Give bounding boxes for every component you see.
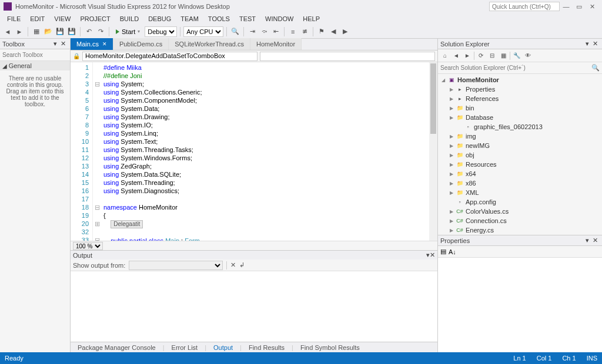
new-project-button[interactable]: ▦: [31, 26, 42, 37]
se-fwd-button[interactable]: ►: [463, 51, 472, 60]
type-nav-combo[interactable]: HomeMonitor.DelegateAddDataSetToComboBox: [82, 52, 257, 61]
doc-tab[interactable]: PublicDemo.cs: [113, 38, 169, 50]
platform-select[interactable]: Any CPU: [183, 26, 223, 37]
bottom-tab[interactable]: Find Symbol Results: [298, 344, 362, 351]
menu-view[interactable]: VIEW: [49, 14, 75, 23]
tree-item[interactable]: ▶▸Properties: [438, 85, 602, 94]
se-back-button[interactable]: ◄: [452, 51, 461, 60]
solution-explorer-search[interactable]: 🔍: [438, 62, 602, 74]
maximize-button[interactable]: ▭: [573, 3, 586, 11]
scrollbar-thumb[interactable]: [430, 63, 436, 134]
menu-project[interactable]: PROJECT: [75, 14, 115, 23]
quick-launch-input[interactable]: [489, 2, 560, 11]
props-categorized-button[interactable]: ▤: [440, 248, 446, 255]
menu-edit[interactable]: EDIT: [25, 14, 49, 23]
solution-tree[interactable]: ◢▣HomeMonitor▶▸Properties▶▸References▶📁b…: [438, 74, 602, 235]
toolbox-close-button[interactable]: ✕: [59, 40, 68, 48]
toggle-bookmark-button[interactable]: ⚑: [316, 26, 327, 37]
open-button[interactable]: 📂: [43, 26, 53, 37]
se-close-button[interactable]: ✕: [591, 40, 600, 48]
zoom-select[interactable]: 100 %: [73, 242, 103, 250]
se-collapse-button[interactable]: ⊟: [487, 51, 497, 60]
uncomment-button[interactable]: ≢: [299, 26, 310, 37]
output-clear-button[interactable]: ✕: [230, 261, 236, 269]
tree-item[interactable]: ▶📁obj: [438, 150, 602, 160]
tree-item[interactable]: ▶📁newIMG: [438, 141, 602, 150]
save-all-button[interactable]: 💾: [66, 26, 77, 37]
tree-item[interactable]: ▶📁Resources: [438, 160, 602, 169]
comment-button[interactable]: ≡: [287, 26, 298, 37]
member-nav-combo[interactable]: [260, 52, 435, 61]
tree-item[interactable]: ▶📁x64: [438, 169, 602, 178]
doc-tab[interactable]: Main.cs✕: [71, 38, 113, 50]
tree-item[interactable]: ▶C#Connection.cs: [438, 216, 602, 225]
bottom-tab[interactable]: Error List: [169, 344, 200, 351]
tree-item[interactable]: ▫graphic_files_06022013: [438, 122, 602, 132]
output-toggle-wrap-button[interactable]: ↲: [239, 261, 245, 269]
step-over-button[interactable]: ⤼: [259, 26, 269, 37]
props-pin-button[interactable]: ▾: [584, 237, 591, 244]
props-alpha-button[interactable]: A↓: [449, 248, 456, 255]
step-out-button[interactable]: ⇤: [270, 26, 281, 37]
save-button[interactable]: 💾: [55, 26, 65, 37]
redo-button[interactable]: ↷: [95, 26, 106, 37]
tree-item[interactable]: ▶▸References: [438, 94, 602, 103]
se-search-input[interactable]: [440, 65, 591, 71]
menu-test[interactable]: TEST: [235, 14, 260, 23]
bottom-tab[interactable]: Find Results: [246, 344, 287, 351]
tree-project-root[interactable]: ◢▣HomeMonitor: [438, 75, 602, 85]
tab-close-icon[interactable]: ✕: [102, 41, 107, 47]
menu-tools[interactable]: TOOLS: [203, 14, 235, 23]
properties-body[interactable]: [438, 258, 602, 352]
se-home-button[interactable]: ⌂: [440, 51, 450, 60]
menu-team[interactable]: TEAM: [176, 14, 203, 23]
nav-fwd-button[interactable]: ►: [14, 26, 25, 37]
tree-item[interactable]: ▫App.config: [438, 197, 602, 207]
doc-tab[interactable]: HomeMonitor: [250, 38, 302, 50]
close-button[interactable]: ✕: [586, 3, 598, 11]
tree-item[interactable]: ▶📁Database: [438, 113, 602, 122]
code-editor[interactable]: 1 2 3 4 5 6 7 8 9 10 11 12 13 14 15 16 1…: [71, 62, 437, 241]
se-preview-button[interactable]: 👁: [523, 51, 533, 60]
props-close-button[interactable]: ✕: [591, 237, 600, 244]
toolbox-group-general[interactable]: ◢ General: [0, 61, 70, 70]
tree-item[interactable]: ▶📁x86: [438, 178, 602, 188]
se-show-all-button[interactable]: ▦: [499, 51, 508, 60]
prev-bookmark-button[interactable]: ◀: [328, 26, 339, 37]
step-into-button[interactable]: ⇥: [247, 26, 257, 37]
bottom-tab[interactable]: Output: [211, 344, 235, 351]
output-close-button[interactable]: ✕: [430, 251, 435, 259]
menu-build[interactable]: BUILD: [115, 14, 143, 23]
toolbox-search-input[interactable]: [2, 52, 77, 58]
minimize-button[interactable]: —: [560, 3, 573, 10]
toolbox-pin-button[interactable]: ▾: [52, 40, 59, 48]
tree-item[interactable]: ▶C#Energy.cs: [438, 225, 602, 235]
config-select[interactable]: Debug: [145, 26, 177, 37]
nav-back-button[interactable]: ◄: [2, 26, 13, 37]
doc-tab[interactable]: SQLiteWorkerThread.cs: [169, 38, 250, 50]
vertical-scrollbar[interactable]: [429, 62, 437, 241]
bottom-tab[interactable]: Package Manager Console: [75, 344, 158, 351]
se-pin-button[interactable]: ▾: [584, 40, 591, 48]
toolbox-search[interactable]: 🔍: [0, 49, 70, 61]
output-body[interactable]: [71, 271, 437, 342]
start-debug-button[interactable]: Start ▾: [112, 28, 143, 35]
menu-help[interactable]: HELP: [298, 14, 325, 23]
next-bookmark-button[interactable]: ▶: [340, 26, 350, 37]
output-source-select[interactable]: [129, 261, 223, 270]
tree-item[interactable]: ▶📁img: [438, 132, 602, 141]
properties-panel: Properties ▾ ✕ ▤ A↓: [438, 235, 602, 352]
menu-file[interactable]: FILE: [2, 14, 25, 23]
menu-debug[interactable]: DEBUG: [143, 14, 176, 23]
menu-window[interactable]: WINDOW: [260, 14, 298, 23]
code-area[interactable]: #define Miika //#define Joni using Syste…: [101, 62, 437, 241]
se-refresh-button[interactable]: ⟳: [476, 51, 486, 60]
tree-item[interactable]: ▶📁bin: [438, 103, 602, 113]
find-button[interactable]: 🔍: [230, 26, 240, 37]
se-properties-button[interactable]: 🔧: [512, 51, 521, 60]
tree-item[interactable]: ▶📁XML: [438, 188, 602, 197]
undo-button[interactable]: ↶: [83, 26, 94, 37]
fold-gutter[interactable]: ⊟ ⊟ ⊞ ⊟ ⊞ ⊞ ⊞ ⊞ ⊞ ⊞ ⊞ ⊞ ⊞ ⊞: [93, 62, 101, 241]
toolbox-panel: Toolbox ▾ ✕ 🔍 ◢ General There are no usa…: [0, 39, 71, 352]
tree-item[interactable]: ▶C#ColorValues.cs: [438, 207, 602, 216]
